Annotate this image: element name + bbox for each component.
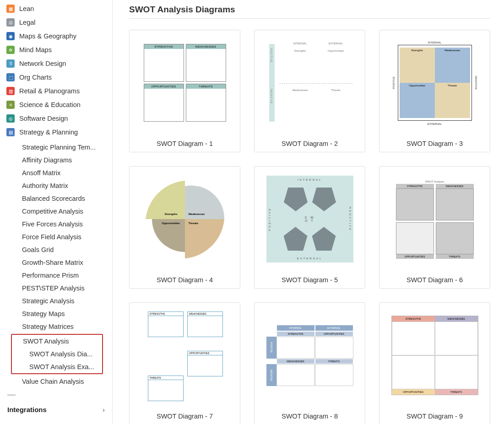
template-card-swot-4[interactable]: Strengths Weaknesses Opportunities Threa…	[129, 166, 240, 289]
science-icon: ⚛	[6, 101, 15, 109]
template-preview: STRENGTHSWEAKNESSES OPPORTUNITIESTHREATS	[379, 303, 490, 408]
sidebar-item-pest-step-analysis[interactable]: PEST\STEP Analysis	[0, 282, 112, 295]
sidebar-item-strategic-planning-tem[interactable]: Strategic Planning Tem...	[0, 141, 112, 154]
sidebar-items: ▦Lean⚖Legal◉Maps & Geography✲Mind Maps⠿N…	[0, 0, 112, 141]
mind-icon: ✲	[6, 46, 15, 54]
template-preview: Strengths Weaknesses Opportunities Threa…	[130, 166, 240, 272]
sidebar-item-science[interactable]: ⚛Science & Education	[0, 98, 112, 112]
sidebar-item-force-field-analysis[interactable]: Force Field Analysis	[0, 231, 112, 243]
template-card-swot-1[interactable]: STRENGTHS WEAKNESSES OPPORTUNITIES THREA…	[129, 30, 240, 152]
sidebar-item-swot-analysis-diagrams[interactable]: SWOT Analysis Dia...	[12, 348, 102, 360]
template-preview: STRENGTHS WEAKNESSES OPPORTUNITIES THREA…	[130, 303, 240, 408]
sidebar-item-goals-grid[interactable]: Goals Grid	[0, 243, 112, 256]
sidebar-item-network[interactable]: ⠿Network Design	[0, 57, 112, 70]
chevron-right-icon: ›	[103, 406, 105, 413]
sidebar-item-label: Network Design	[19, 60, 66, 67]
main-content: SWOT Analysis Diagrams STRENGTHS WEAKNES…	[113, 0, 504, 424]
sidebar-item-label: Science & Education	[19, 101, 81, 108]
strategy-icon: ▤	[6, 128, 15, 136]
template-card-swot-7[interactable]: STRENGTHS WEAKNESSES OPPORTUNITIES THREA…	[129, 302, 240, 424]
sidebar-item-label: Retail & Planograms	[19, 87, 80, 95]
sidebar-item-strategy[interactable]: ▤Strategy & Planning	[0, 125, 112, 139]
sidebar-item-ansoff-matrix[interactable]: Ansoff Matrix	[0, 166, 112, 179]
template-label: SWOT Diagram - 5	[255, 272, 365, 288]
sidebar-item-maps[interactable]: ◉Maps & Geography	[0, 29, 112, 43]
sidebar-item-label: Software Design	[19, 115, 68, 122]
sidebar-item-label: Org Charts	[19, 74, 52, 81]
sidebar-item-authority-matrix[interactable]: Authority Matrix	[0, 179, 112, 192]
sidebar-item-value-chain[interactable]: Value Chain Analysis	[0, 375, 112, 388]
template-card-swot-6[interactable]: SWOT Analysis STRENGTHS WEAKNESSES OPPOR…	[379, 166, 490, 289]
sidebar-item-org[interactable]: ⬚Org Charts	[0, 70, 112, 84]
template-label: SWOT Diagram - 8	[255, 408, 365, 424]
sidebar-item-mind[interactable]: ✲Mind Maps	[0, 43, 112, 57]
network-icon: ⠿	[6, 59, 15, 68]
sidebar-item-label: Maps & Geography	[19, 32, 76, 40]
sidebar-item-swot-analysis-examples[interactable]: SWOT Analysis Exa...	[12, 360, 102, 373]
template-card-swot-8[interactable]: INTERNALEXTERNAL STRENGTHSOPPORTUNITIES …	[254, 302, 365, 424]
template-card-swot-9[interactable]: STRENGTHSWEAKNESSES OPPORTUNITIESTHREATS…	[379, 302, 490, 424]
maps-icon: ◉	[6, 32, 15, 40]
template-label: SWOT Diagram - 2	[255, 135, 365, 152]
sidebar-item-competitive-analysis[interactable]: Competitive Analysis	[0, 205, 112, 218]
sidebar-item-strategy-matrices[interactable]: Strategy Matrices	[0, 320, 112, 333]
sidebar[interactable]: ▦Lean⚖Legal◉Maps & Geography✲Mind Maps⠿N…	[0, 0, 113, 424]
template-label: SWOT Diagram - 3	[379, 135, 490, 152]
sidebar-item-label: Lean	[19, 5, 34, 12]
template-preview: INTERNALEXTERNAL STRENGTHSOPPORTUNITIES …	[255, 303, 365, 408]
template-label: SWOT Diagram - 9	[379, 408, 490, 424]
sidebar-item-retail[interactable]: ▥Retail & Planograms	[0, 84, 112, 98]
template-label: SWOT Diagram - 1	[130, 135, 240, 152]
template-preview: INTERNAL EXTERNAL Strengths Opportunitie…	[255, 30, 365, 135]
org-icon: ⬚	[6, 73, 15, 81]
lean-icon: ▦	[6, 5, 15, 13]
integrations-header[interactable]: Integrations ›	[0, 401, 112, 418]
template-preview: SWOT Analysis STRENGTHS WEAKNESSES OPPOR…	[379, 166, 490, 272]
software-icon: ◎	[6, 114, 15, 123]
template-card-swot-5[interactable]: INTERNAL EXTERNAL POSITIVE NEGATIVE S W …	[254, 166, 365, 289]
template-grid: STRENGTHS WEAKNESSES OPPORTUNITIES THREA…	[129, 30, 490, 424]
template-label: SWOT Diagram - 6	[379, 272, 490, 288]
sidebar-item-growth-share-matrix[interactable]: Growth-Share Matrix	[0, 256, 112, 269]
retail-icon: ▥	[6, 87, 15, 95]
sidebar-item-software[interactable]: ◎Software Design	[0, 112, 112, 125]
sidebar-item-label: Strategy & Planning	[19, 129, 78, 136]
template-label: SWOT Diagram - 7	[130, 408, 240, 424]
template-preview: INTERNAL EXTERNAL POSITIVE NEGATIVE Stre…	[379, 30, 490, 135]
integrations-label: Integrations	[7, 406, 47, 413]
collapse-handle[interactable]: —	[0, 388, 112, 401]
template-preview: INTERNAL EXTERNAL POSITIVE NEGATIVE S W …	[255, 166, 365, 272]
sidebar-item-lean[interactable]: ▦Lean	[0, 2, 112, 16]
sidebar-item-label: Mind Maps	[19, 46, 52, 54]
sidebar-item-swot-analysis[interactable]: SWOT Analysis	[12, 335, 102, 348]
sidebar-item-strategy-maps[interactable]: Strategy Maps	[0, 307, 112, 320]
legal-icon: ⚖	[6, 18, 15, 27]
sidebar-item-strategic-analysis[interactable]: Strategic Analysis	[0, 295, 112, 307]
template-label: SWOT Diagram - 4	[130, 272, 240, 288]
sidebar-item-label: Legal	[19, 19, 35, 26]
template-preview: STRENGTHS WEAKNESSES OPPORTUNITIES THREA…	[130, 30, 240, 135]
sidebar-item-five-forces-analysis[interactable]: Five Forces Analysis	[0, 218, 112, 231]
sidebar-item-legal[interactable]: ⚖Legal	[0, 16, 112, 29]
page-title: SWOT Analysis Diagrams	[129, 5, 490, 19]
swot-highlight-box: SWOT Analysis SWOT Analysis Dia... SWOT …	[11, 334, 103, 374]
template-card-swot-2[interactable]: INTERNAL EXTERNAL Strengths Opportunitie…	[254, 30, 365, 152]
template-card-swot-3[interactable]: INTERNAL EXTERNAL POSITIVE NEGATIVE Stre…	[379, 30, 490, 152]
sidebar-item-affinity-diagrams[interactable]: Affinity Diagrams	[0, 154, 112, 166]
sidebar-item-balanced-scorecards[interactable]: Balanced Scorecards	[0, 192, 112, 205]
sidebar-item-performance-prism[interactable]: Performance Prism	[0, 269, 112, 282]
